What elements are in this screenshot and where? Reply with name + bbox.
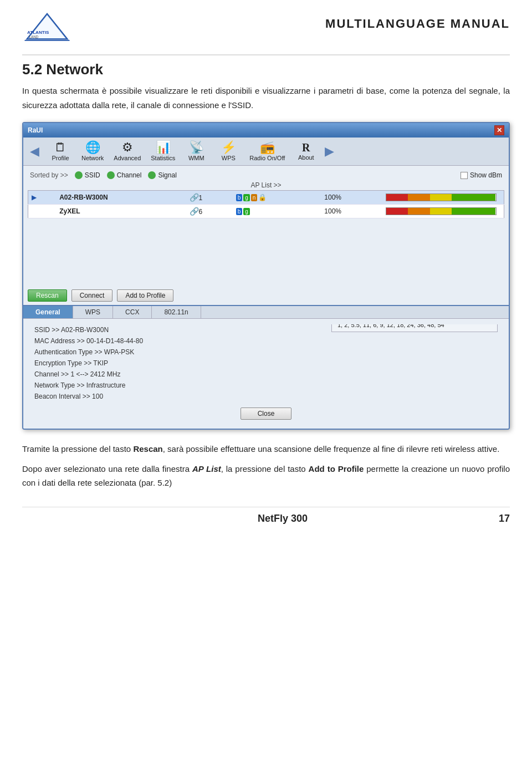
- ap-badges: b g n 🔒: [233, 191, 321, 205]
- table-row[interactable]: ZyXEL 🔗6 b g 100%: [28, 205, 504, 218]
- lock-icon: 🔒: [258, 194, 267, 201]
- section-title: 5.2 Network: [22, 61, 510, 78]
- ap-badges2: b g: [233, 205, 321, 218]
- toolbar-profile[interactable]: 🗒 Profile: [45, 140, 76, 163]
- manual-title: MULTILANGUAGE MANUAL: [325, 17, 510, 31]
- footer-page: 17: [499, 513, 510, 525]
- wmm-icon: 📡: [189, 141, 204, 154]
- ap-arrow2: [28, 205, 57, 218]
- show-dbm-checkbox[interactable]: [461, 172, 468, 179]
- info-auth: Authentication Type >> WPA-PSK: [34, 347, 498, 358]
- ap-signal-bar2: [382, 205, 504, 218]
- statistics-icon: 📊: [156, 141, 171, 154]
- channel-icon2: 🔗: [190, 207, 199, 216]
- badge-b2: b: [236, 208, 243, 215]
- raui-tabs: General WPS CCX 802.11n: [23, 305, 509, 319]
- info-beacon: Beacon Interval >> 100: [34, 391, 498, 402]
- close-button[interactable]: Close: [241, 408, 292, 420]
- info-right-panel: Signal Strength >> 100% Supported Rates …: [331, 324, 498, 332]
- intro-text: In questa schermata è possibile visualiz…: [22, 84, 510, 112]
- tab-80211n[interactable]: 802.11n: [152, 306, 201, 318]
- toolbar-radio-label: Radio On/Off: [249, 155, 285, 161]
- toolbar-radio[interactable]: 📻 Radio On/Off: [245, 140, 289, 163]
- info-channel: Channel >> 1 <--> 2412 MHz: [34, 369, 498, 380]
- header-divider: [22, 54, 510, 55]
- bottom-buttons: Rescan Connect Add to Profile: [23, 285, 509, 305]
- sort-channel[interactable]: Channel: [107, 171, 142, 179]
- add-to-profile-button[interactable]: Add to Profile: [117, 289, 173, 302]
- info-content: Signal Strength >> 100% Supported Rates …: [34, 324, 498, 402]
- ap-ssid: A02-RB-W300N: [56, 191, 186, 205]
- sorted-by-label: Sorted by >>: [30, 171, 68, 179]
- toolbar-nav: ◀: [28, 144, 42, 159]
- toolbar-wmm[interactable]: 📡 WMM: [181, 140, 212, 163]
- channel-icon: 🔗: [190, 193, 199, 202]
- badge-g: g: [243, 194, 250, 201]
- body-text-2: Dopo aver selezionato una rete dalla fin…: [22, 462, 510, 490]
- sort-signal[interactable]: Signal: [148, 171, 176, 179]
- tab-general[interactable]: General: [23, 306, 73, 318]
- info-enc: Encryption Type >> TKIP: [34, 358, 498, 369]
- raui-title-text: RaUI: [28, 126, 43, 134]
- raui-main: Sorted by >> SSID Channel Signal Show dB…: [23, 166, 509, 285]
- raui-close-button[interactable]: ✕: [494, 125, 504, 135]
- connect-button[interactable]: Connect: [71, 289, 113, 302]
- ap-arrow: ▶: [28, 191, 57, 205]
- sort-signal-label: Signal: [158, 171, 176, 179]
- wps-icon: ⚡: [221, 141, 236, 154]
- ap-ssid2: ZyXEL: [56, 205, 186, 218]
- rescan-button[interactable]: Rescan: [28, 289, 67, 302]
- show-dbm-area: Show dBm: [461, 171, 502, 179]
- info-mac: MAC Address >> 00-14-D1-48-44-80: [34, 335, 498, 347]
- body-text-1: Tramite la pressione del tasto Rescan, s…: [22, 442, 510, 456]
- badge-g2: g: [243, 208, 250, 215]
- sort-bar: Sorted by >> SSID Channel Signal Show dB…: [28, 170, 504, 180]
- toolbar-wmm-label: WMM: [188, 155, 204, 161]
- ap-channel: 🔗1: [186, 191, 233, 205]
- bar-red: [386, 194, 408, 201]
- about-icon: R: [302, 142, 310, 153]
- bar-yellow: [430, 194, 452, 201]
- page-header: ATLANTIS LAND MULTILANGUAGE MANUAL: [22, 11, 510, 44]
- logo-area: ATLANTIS LAND: [22, 11, 72, 44]
- toolbar-statistics[interactable]: 📊 Statistics: [146, 140, 180, 163]
- raui-window: RaUI ✕ ◀ 🗒 Profile 🌐 Network ⚙ Advanced …: [22, 122, 510, 430]
- back-arrow[interactable]: ◀: [28, 144, 42, 159]
- bar-orange: [408, 194, 430, 201]
- toolbar-about-label: About: [298, 154, 314, 161]
- raui-info: Signal Strength >> 100% Supported Rates …: [23, 319, 509, 429]
- bar-red2: [386, 208, 408, 215]
- show-dbm-label: Show dBm: [470, 171, 502, 179]
- toolbar-profile-label: Profile: [52, 155, 69, 161]
- toolbar-wps[interactable]: ⚡ WPS: [213, 140, 244, 163]
- atlantis-logo: ATLANTIS LAND: [22, 11, 72, 44]
- profile-icon: 🗒: [54, 141, 66, 154]
- toolbar-about[interactable]: R About: [290, 140, 321, 162]
- bar-green2: [452, 208, 495, 215]
- tab-ccx[interactable]: CCX: [113, 306, 152, 318]
- footer-product: NetFly 300: [66, 513, 499, 525]
- forward-arrow[interactable]: ▶: [323, 144, 336, 159]
- footer-bar: NetFly 300 17: [22, 507, 510, 525]
- badge-n: n: [251, 194, 258, 201]
- svg-text:LAND: LAND: [29, 35, 39, 39]
- toolbar-statistics-label: Statistics: [151, 155, 175, 161]
- bar-orange2: [408, 208, 430, 215]
- tab-wps[interactable]: WPS: [73, 306, 113, 318]
- toolbar-advanced[interactable]: ⚙ Advanced: [109, 140, 145, 163]
- signal-bar: [386, 194, 497, 201]
- raui-toolbar: ◀ 🗒 Profile 🌐 Network ⚙ Advanced 📊 Stati…: [23, 138, 509, 166]
- toolbar-network[interactable]: 🌐 Network: [77, 140, 108, 163]
- ap-signal-pct: 100%: [321, 191, 382, 205]
- toolbar-nav-right: ▶: [323, 144, 336, 159]
- raui-titlebar: RaUI ✕: [23, 123, 509, 138]
- radio-icon: 📻: [260, 141, 275, 154]
- channel-dot: [107, 171, 115, 179]
- sort-ssid[interactable]: SSID: [75, 171, 100, 179]
- ap-signal-bar: [382, 191, 504, 205]
- table-row[interactable]: ▶ A02-RB-W300N 🔗1 b g n 🔒 1: [28, 191, 504, 205]
- supported-rates-box: Supported Rates (Mbps) 1, 2, 5.5, 11, 6,…: [331, 324, 498, 332]
- network-icon: 🌐: [85, 141, 100, 154]
- toolbar-network-label: Network: [81, 155, 104, 161]
- ap-channel2: 🔗6: [186, 205, 233, 218]
